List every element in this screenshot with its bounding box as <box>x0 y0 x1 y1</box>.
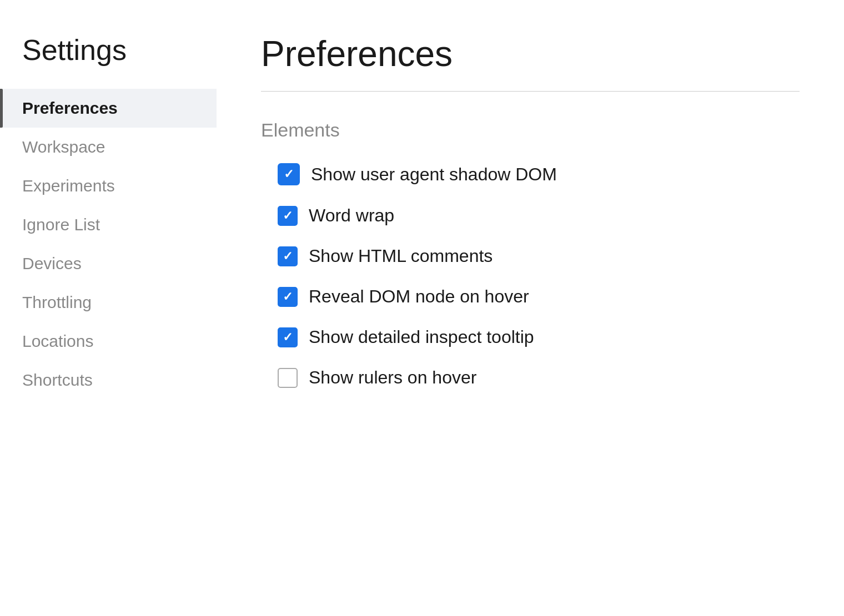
checkbox-wrapper-reveal-dom-node: ✓ <box>278 287 298 307</box>
checkbox-wrapper-show-rulers <box>278 368 298 388</box>
checkbox-wrapper-show-shadow-dom: ✓ <box>278 163 300 185</box>
checkbox-show-html-comments[interactable]: ✓ <box>278 246 298 266</box>
checkbox-item-show-html-comments[interactable]: ✓Show HTML comments <box>278 246 800 266</box>
section-elements: Elements✓Show user agent shadow DOM✓Word… <box>261 119 800 388</box>
checkbox-wrapper-word-wrap: ✓ <box>278 206 298 226</box>
checkbox-wrapper-show-html-comments: ✓ <box>278 246 298 266</box>
checkbox-label-show-shadow-dom: Show user agent shadow DOM <box>311 164 557 185</box>
main-content: Preferences Elements✓Show user agent sha… <box>217 0 844 616</box>
checkmark-icon-show-shadow-dom: ✓ <box>284 168 294 180</box>
sidebar-item-preferences[interactable]: Preferences <box>0 89 217 128</box>
checkbox-reveal-dom-node[interactable]: ✓ <box>278 287 298 307</box>
section-divider <box>261 91 800 92</box>
sidebar-item-locations[interactable]: Locations <box>0 322 217 361</box>
checkbox-item-word-wrap[interactable]: ✓Word wrap <box>278 205 800 226</box>
checkbox-item-show-inspect-tooltip[interactable]: ✓Show detailed inspect tooltip <box>278 327 800 347</box>
sections-container: Elements✓Show user agent shadow DOM✓Word… <box>261 119 800 388</box>
checkbox-label-show-inspect-tooltip: Show detailed inspect tooltip <box>309 327 534 347</box>
checkbox-wrapper-show-inspect-tooltip: ✓ <box>278 327 298 347</box>
checkmark-icon-show-inspect-tooltip: ✓ <box>283 331 293 344</box>
checkmark-icon-show-html-comments: ✓ <box>283 250 293 262</box>
checkbox-label-reveal-dom-node: Reveal DOM node on hover <box>309 286 529 307</box>
checkbox-show-shadow-dom[interactable]: ✓ <box>278 163 300 185</box>
page-title: Preferences <box>261 33 800 74</box>
sidebar-item-throttling[interactable]: Throttling <box>0 283 217 322</box>
checkbox-label-show-html-comments: Show HTML comments <box>309 246 493 266</box>
sidebar-item-experiments[interactable]: Experiments <box>0 166 217 205</box>
section-title-elements: Elements <box>261 119 800 141</box>
sidebar-item-workspace[interactable]: Workspace <box>0 128 217 166</box>
checkbox-item-show-shadow-dom[interactable]: ✓Show user agent shadow DOM <box>278 163 800 185</box>
checkbox-item-show-rulers[interactable]: Show rulers on hover <box>278 367 800 388</box>
checkmark-icon-word-wrap: ✓ <box>283 210 293 222</box>
sidebar-nav: PreferencesWorkspaceExperimentsIgnore Li… <box>0 89 217 400</box>
sidebar-item-devices[interactable]: Devices <box>0 244 217 283</box>
sidebar-item-shortcuts[interactable]: Shortcuts <box>0 361 217 400</box>
checkbox-word-wrap[interactable]: ✓ <box>278 206 298 226</box>
checkbox-list-elements: ✓Show user agent shadow DOM✓Word wrap✓Sh… <box>261 163 800 388</box>
checkbox-label-word-wrap: Word wrap <box>309 205 394 226</box>
sidebar: Settings PreferencesWorkspaceExperiments… <box>0 0 217 616</box>
checkbox-show-inspect-tooltip[interactable]: ✓ <box>278 327 298 347</box>
sidebar-title: Settings <box>0 33 217 89</box>
checkmark-icon-reveal-dom-node: ✓ <box>283 291 293 303</box>
checkbox-item-reveal-dom-node[interactable]: ✓Reveal DOM node on hover <box>278 286 800 307</box>
sidebar-item-ignore-list[interactable]: Ignore List <box>0 205 217 244</box>
checkbox-show-rulers[interactable] <box>278 368 298 388</box>
checkbox-label-show-rulers: Show rulers on hover <box>309 367 476 388</box>
